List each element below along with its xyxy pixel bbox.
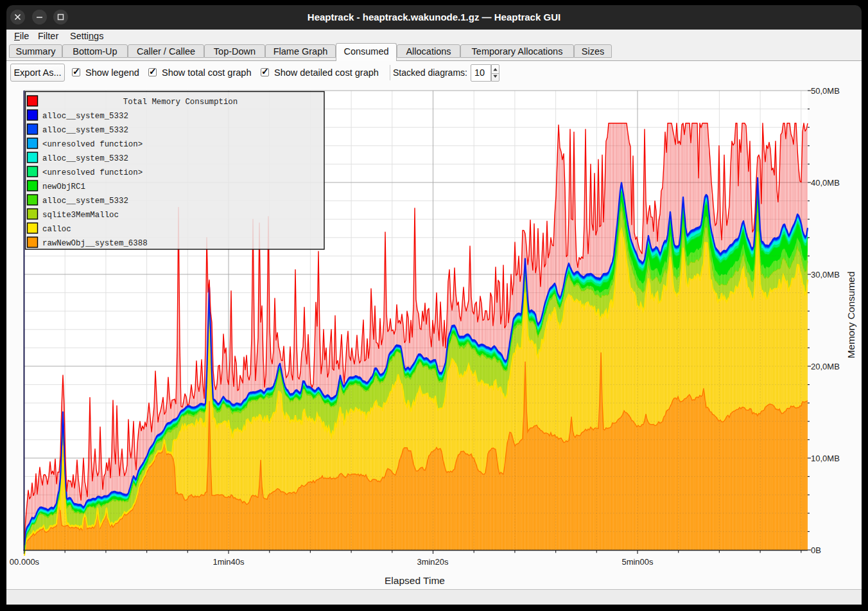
- svg-text:3min20s: 3min20s: [417, 557, 449, 567]
- svg-text:00.000s: 00.000s: [10, 557, 40, 567]
- svg-text:0B: 0B: [811, 545, 821, 555]
- svg-text:40,0MB: 40,0MB: [811, 178, 840, 188]
- svg-text:alloc__system_5332: alloc__system_5332: [42, 126, 128, 135]
- svg-text:<unresolved function>: <unresolved function>: [42, 168, 143, 177]
- svg-text:10,0MB: 10,0MB: [811, 454, 840, 463]
- svg-text:alloc__system_5332: alloc__system_5332: [42, 154, 128, 163]
- svg-text:20,0MB: 20,0MB: [811, 362, 840, 371]
- svg-text:alloc__system_5332: alloc__system_5332: [42, 112, 128, 121]
- svg-text:<unresolved function>: <unresolved function>: [42, 140, 143, 149]
- svg-text:50,0MB: 50,0MB: [811, 86, 840, 96]
- svg-text:30,0MB: 30,0MB: [811, 270, 840, 279]
- svg-text:Memory Consumed: Memory Consumed: [846, 271, 856, 358]
- svg-text:Total Memory Consumption: Total Memory Consumption: [123, 98, 238, 107]
- svg-text:newObjRC1: newObjRC1: [42, 182, 85, 191]
- svg-text:calloc: calloc: [42, 225, 71, 234]
- svg-text:1min40s: 1min40s: [213, 557, 245, 567]
- svg-text:5min00s: 5min00s: [621, 557, 654, 567]
- svg-text:rawNewObj__system_6388: rawNewObj__system_6388: [42, 239, 148, 248]
- svg-text:alloc__system_5332: alloc__system_5332: [42, 197, 128, 206]
- svg-text:Elapsed Time: Elapsed Time: [385, 575, 445, 586]
- svg-text:sqlite3MemMalloc: sqlite3MemMalloc: [42, 211, 119, 220]
